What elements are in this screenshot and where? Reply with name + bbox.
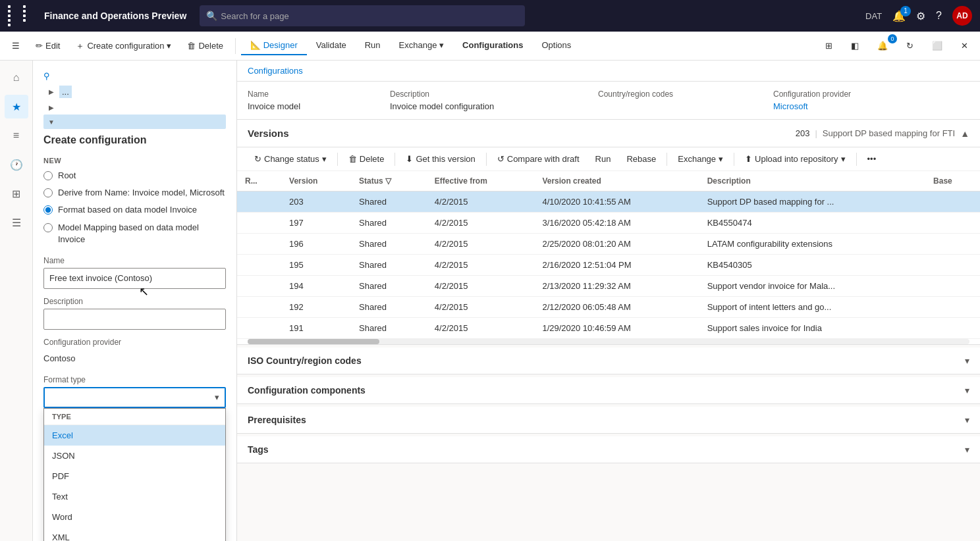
exchange-button[interactable]: Exchange ▾ xyxy=(671,151,730,167)
collapsible-header-tags[interactable]: Tags ▾ xyxy=(237,436,980,463)
table-row[interactable]: 192Shared4/2/20152/12/2020 06:05:48 AMSu… xyxy=(237,297,980,318)
radio-root-input[interactable] xyxy=(43,171,53,180)
tab-run[interactable]: Run xyxy=(356,36,390,55)
table-cell-status: Shared xyxy=(351,213,427,234)
dropdown-item-text[interactable]: Text xyxy=(44,486,225,507)
rebase-button[interactable]: Rebase xyxy=(620,151,663,167)
tb-sep-5 xyxy=(734,153,734,166)
avatar[interactable]: AD xyxy=(952,6,972,26)
dropdown-item-xml[interactable]: XML xyxy=(44,527,225,541)
tab-designer[interactable]: 📐 Designer xyxy=(241,36,307,55)
help-icon[interactable]: ? xyxy=(936,10,942,22)
table-cell-base xyxy=(925,192,980,213)
collapsible-header-iso[interactable]: ISO Country/region codes ▾ xyxy=(237,348,980,374)
dropdown-item-json[interactable]: JSON xyxy=(44,446,225,466)
settings-icon[interactable]: ⚙ xyxy=(916,10,925,22)
h-scrollbar[interactable] xyxy=(248,339,969,344)
radio-derive[interactable]: Derive from Name: Invoice model, Microso… xyxy=(43,187,226,199)
message-badge-button[interactable]: 🔔 0 xyxy=(871,37,894,55)
sidebar-clock-icon[interactable]: 🕐 xyxy=(5,153,28,176)
panel-toggle-button[interactable]: ◧ xyxy=(844,37,865,55)
tab-configurations[interactable]: Configurations xyxy=(453,36,532,55)
tree-selected-row[interactable]: ▼ xyxy=(43,115,226,129)
radio-format[interactable]: Format based on data model Invoice xyxy=(43,204,226,216)
format-type-dropdown-button[interactable]: ▾ xyxy=(207,387,226,408)
change-status-button[interactable]: ↻ Change status ▾ xyxy=(248,151,333,167)
grid-view-button[interactable]: ⊞ xyxy=(819,37,839,55)
versions-collapse-btn[interactable]: ▲ xyxy=(960,128,969,139)
delete-button[interactable]: 🗑 Delete xyxy=(180,37,230,55)
sidebar-star-icon[interactable]: ★ xyxy=(5,95,28,118)
tree-expand-row-2[interactable]: ▶ xyxy=(43,100,226,115)
col-created[interactable]: Version created xyxy=(534,171,699,192)
delete-icon-v: 🗑 xyxy=(348,154,357,164)
dropdown-type-header: Type xyxy=(44,409,225,425)
notification-icon[interactable]: 🔔 1 xyxy=(892,10,906,22)
filter-icon[interactable]: ⚲ xyxy=(43,71,50,81)
versions-table-wrap: R... Version Status ▽ Effective from Ver… xyxy=(237,171,980,339)
description-input[interactable] xyxy=(43,309,226,330)
table-row[interactable]: 203Shared4/2/20154/10/2020 10:41:55 AMSu… xyxy=(237,192,980,213)
more-button[interactable]: ••• xyxy=(861,151,883,167)
sidebar-nav-icon[interactable]: ≡ xyxy=(5,124,28,147)
breadcrumb[interactable]: Configurations xyxy=(248,66,303,76)
hamburger-button[interactable]: ☰ xyxy=(5,37,26,55)
sidebar-home-icon[interactable]: ⌂ xyxy=(5,66,28,90)
create-config-button[interactable]: ＋ Create configuration ▾ xyxy=(69,36,178,56)
new-section-label: New xyxy=(43,157,226,165)
radio-mapping-label: Model Mapping based on data model Invoic… xyxy=(58,222,226,245)
edit-button[interactable]: ✏ Edit xyxy=(29,37,67,55)
radio-format-input[interactable] xyxy=(43,205,53,215)
app-grid-icon[interactable] xyxy=(8,5,36,26)
dropdown-item-pdf[interactable]: PDF xyxy=(44,466,225,486)
collapsible-title-iso: ISO Country/region codes xyxy=(248,355,362,366)
table-cell-effective: 4/2/2015 xyxy=(427,192,535,213)
tab-options[interactable]: Options xyxy=(532,36,580,55)
tab-validate[interactable]: Validate xyxy=(307,36,356,55)
table-cell-version: 196 xyxy=(281,234,351,255)
sidebar-grid-icon[interactable]: ⊞ xyxy=(5,182,28,205)
get-version-button[interactable]: ⬇ Get this version xyxy=(399,151,481,167)
table-cell-status: Shared xyxy=(351,192,427,213)
tab-exchange[interactable]: Exchange ▾ xyxy=(390,36,453,55)
download-icon: ⬇ xyxy=(406,154,413,164)
provider-col-value[interactable]: Microsoft xyxy=(773,101,938,111)
col-version[interactable]: Version xyxy=(281,171,351,192)
content-header: Configurations xyxy=(237,61,980,82)
radio-mapping[interactable]: Model Mapping based on data model Invoic… xyxy=(43,222,226,245)
col-description[interactable]: Description xyxy=(699,171,925,192)
run-version-button[interactable]: Run xyxy=(589,151,618,167)
upload-repo-button[interactable]: ⬆ Upload into repository ▾ xyxy=(738,151,852,167)
compare-icon: ↺ xyxy=(497,154,504,164)
radio-mapping-input[interactable] xyxy=(43,223,53,232)
dropdown-item-excel[interactable]: Excel xyxy=(44,425,225,446)
table-row[interactable]: 197Shared4/2/20153/16/2020 05:42:18 AMKB… xyxy=(237,213,980,234)
panel-area: ⚲ ▶ ... ▶ ▼ Create configuration New xyxy=(33,61,980,541)
delete-version-button[interactable]: 🗑 Delete xyxy=(342,151,391,167)
radio-derive-input[interactable] xyxy=(43,188,53,197)
collapsible-header-prerequisites[interactable]: Prerequisites ▾ xyxy=(237,407,980,433)
table-row[interactable]: 191Shared4/2/20151/29/2020 10:46:59 AMSu… xyxy=(237,318,980,339)
table-row[interactable]: 194Shared4/2/20152/13/2020 11:29:32 AMSu… xyxy=(237,276,980,297)
table-row[interactable]: 195Shared4/2/20152/16/2020 12:51:04 PMKB… xyxy=(237,255,980,276)
refresh-button[interactable]: ↻ xyxy=(900,37,920,55)
name-input[interactable] xyxy=(43,268,226,289)
col-status[interactable]: Status ▽ xyxy=(351,171,427,192)
restore-button[interactable]: ⬜ xyxy=(925,37,949,55)
collapsible-header-components[interactable]: Configuration components ▾ xyxy=(237,377,980,403)
col-effective[interactable]: Effective from xyxy=(427,171,535,192)
env-label: DAT xyxy=(865,11,882,21)
sidebar-list-icon[interactable]: ☰ xyxy=(5,211,28,234)
table-cell-r xyxy=(237,234,281,255)
dropdown-item-word[interactable]: Word xyxy=(44,507,225,527)
table-row[interactable]: 196Shared4/2/20152/25/2020 08:01:20 AMLA… xyxy=(237,234,980,255)
version-badge: 203 xyxy=(796,128,810,138)
table-cell-r xyxy=(237,318,281,339)
radio-root[interactable]: Root xyxy=(43,170,226,182)
tree-expand-row-1[interactable]: ▶ ... xyxy=(43,84,226,100)
search-input[interactable] xyxy=(200,5,524,26)
close-button[interactable]: ✕ xyxy=(954,37,975,55)
col-base[interactable]: Base xyxy=(925,171,980,192)
compare-draft-button[interactable]: ↺ Compare with draft xyxy=(491,151,586,167)
format-type-input[interactable] xyxy=(43,387,226,408)
